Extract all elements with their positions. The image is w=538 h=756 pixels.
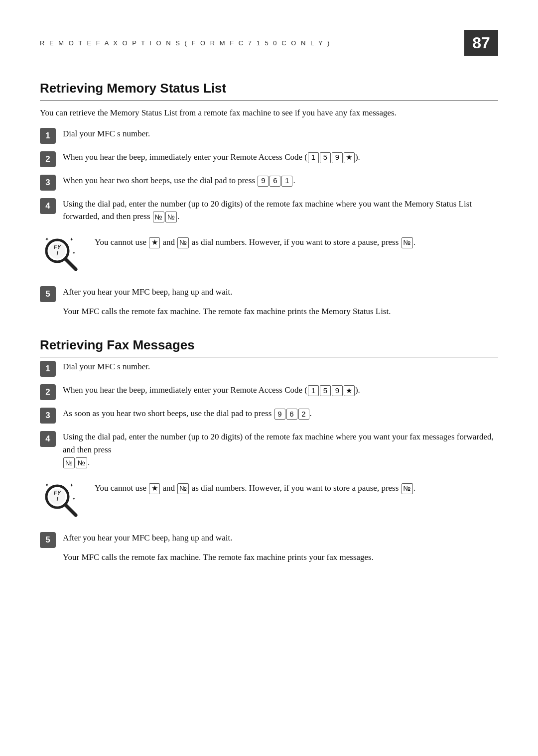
step5a-sub: Your MFC calls the remote fax machine. T… [63,305,498,318]
key-star-fyi: ★ [149,237,160,248]
step-item: 4 Using the dial pad, enter the number (… [40,431,498,469]
svg-text:✦: ✦ [45,236,49,242]
key-hash-fyi2: № [402,237,413,248]
step-item: 1 Dial your MFC s number. [40,360,498,377]
fyi-text-2: You cannot use ★ and № as dial numbers. … [95,478,498,495]
key-s2-hash-fyi2: № [402,483,413,494]
step-number-s2-4: 4 [40,431,56,447]
step-item: 4 Using the dial pad, enter the number (… [40,198,498,223]
svg-text:FY: FY [54,244,62,250]
step-item: 2 When you hear the beep, immediately en… [40,151,498,167]
key-s2-6a: 6 [286,409,297,420]
key-1a: 1 [281,176,292,187]
page-header: R E M O T E F A X O P T I O N S ( F O R … [40,30,498,56]
key-s2-9a: 9 [274,409,285,420]
key-s2-hash2: № [76,457,87,468]
step-item: 3 As soon as you hear two short beeps, u… [40,407,498,424]
section2-title: Retrieving Fax Messages [40,337,498,357]
key-hash-fyi: № [177,237,189,248]
section1-step5: 5 After you hear your MFC beep, hang up … [40,286,498,302]
fyi-section-1: FY I ✦ ✦ ✦ You cannot use ★ and № as dia… [40,232,498,277]
key-hash2: № [165,212,177,222]
key-9a: 9 [258,176,269,187]
header-title: R E M O T E F A X O P T I O N S ( F O R … [40,39,331,47]
svg-text:✦: ✦ [72,497,76,501]
page: R E M O T E F A X O P T I O N S ( F O R … [0,0,538,756]
section-fax-messages: Retrieving Fax Messages 1 Dial your MFC … [40,337,498,563]
s2-step3-text: As soon as you hear two short beeps, use… [63,407,498,420]
s2-step5-text: After you hear your MFC beep, hang up an… [63,532,498,544]
s2-step2-text: When you hear the beep, immediately ente… [63,384,498,397]
key-s2-hash-fyi: № [177,483,189,494]
step5a-text: After you hear your MFC beep, hang up an… [63,286,498,299]
key-s2-star-fyi: ★ [149,483,160,494]
step-number-3: 3 [40,175,56,191]
key-s2-5: 5 [320,385,331,396]
key-s2-star: ★ [344,385,355,396]
key-9: 9 [332,152,343,163]
svg-text:FY: FY [54,490,62,496]
key-s2-9: 9 [332,385,343,396]
section1-steps: 1 Dial your MFC s number. 2 When you hea… [40,127,498,223]
step-number-s2-5: 5 [40,532,56,548]
step2-text: When you hear the beep, immediately ente… [63,151,498,164]
step-item: 5 After you hear your MFC beep, hang up … [40,532,498,548]
step-number-2: 2 [40,151,56,167]
key-1: 1 [308,152,319,163]
key-s2-hash1: № [63,457,75,468]
step-item: 1 Dial your MFC s number. [40,127,498,144]
key-s2-2a: 2 [298,409,309,420]
svg-text:✦: ✦ [70,483,74,488]
fyi-icon-2: FY I ✦ ✦ ✦ [40,478,85,523]
step1-text: Dial your MFC s number. [63,127,498,140]
key-s2-1: 1 [308,385,319,396]
step-number-4: 4 [40,198,56,214]
key-6a: 6 [269,176,280,187]
key-5: 5 [320,152,331,163]
s2-step4-text: Using the dial pad, enter the number (up… [63,431,498,469]
step-item: 5 After you hear your MFC beep, hang up … [40,286,498,302]
step-number-5a: 5 [40,286,56,302]
step4-text: Using the dial pad, enter the number (up… [63,198,498,223]
fyi-text-1: You cannot use ★ and № as dial numbers. … [95,232,498,249]
section2-steps: 1 Dial your MFC s number. 2 When you hea… [40,360,498,469]
fyi-icon-1: FY I ✦ ✦ ✦ [40,232,85,277]
step3-text: When you hear two short beeps, use the d… [63,174,498,187]
svg-text:✦: ✦ [72,251,76,255]
step-item: 2 When you hear the beep, immediately en… [40,384,498,400]
section1-intro: You can retrieve the Memory Status List … [40,107,498,119]
step-number-s2-2: 2 [40,384,56,400]
fyi-svg-2: FY I ✦ ✦ ✦ [40,478,85,523]
key-star: ★ [344,152,355,163]
s2-step1-text: Dial your MFC s number. [63,360,498,373]
svg-text:✦: ✦ [70,237,74,242]
svg-line-2 [66,259,76,269]
section2-step5: 5 After you hear your MFC beep, hang up … [40,532,498,548]
page-number: 87 [464,30,498,56]
step-item: 3 When you hear two short beeps, use the… [40,174,498,191]
key-hash1: № [153,212,164,222]
step-number-1: 1 [40,128,56,144]
fyi-svg-1: FY I ✦ ✦ ✦ [40,232,85,277]
step-number-s2-3: 3 [40,408,56,424]
section-memory-status: Retrieving Memory Status List You can re… [40,81,498,318]
step-number-s2-1: 1 [40,361,56,377]
s2-step5-sub: Your MFC calls the remote fax machine. T… [63,551,498,564]
fyi-section-2: FY I ✦ ✦ ✦ You cannot use ★ and № as dia… [40,478,498,523]
svg-line-10 [66,505,76,515]
svg-text:✦: ✦ [45,482,49,488]
section1-title: Retrieving Memory Status List [40,81,498,101]
